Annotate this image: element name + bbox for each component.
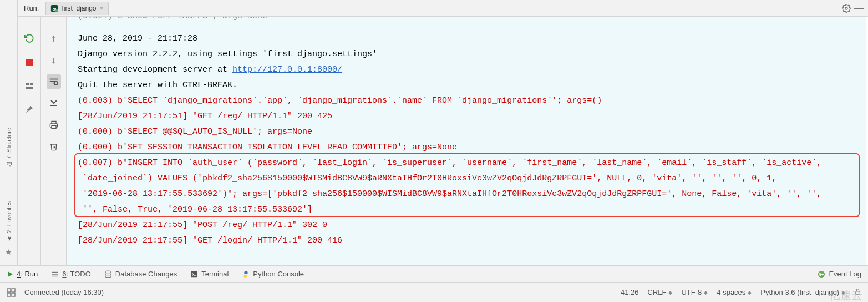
- stop-button[interactable]: [22, 55, 37, 69]
- tool-event-log[interactable]: 9+ Event Log: [818, 270, 861, 278]
- todo-icon: [51, 270, 59, 278]
- svg-rect-22: [7, 293, 11, 296]
- up-arrow-icon[interactable]: ↑: [47, 31, 61, 46]
- event-log-icon: 9+: [818, 270, 825, 278]
- left-tool-rail: 🗂7: Structure ★2: Favorites ★: [0, 0, 18, 265]
- tool-database-changes[interactable]: Database Changes: [104, 270, 177, 278]
- rerun-button[interactable]: [22, 31, 37, 46]
- trash-button[interactable]: [47, 139, 61, 154]
- run-label: Run:: [24, 4, 39, 12]
- svg-rect-5: [26, 83, 29, 85]
- close-icon[interactable]: ×: [100, 4, 104, 12]
- svg-rect-4: [26, 59, 33, 66]
- windows-icon[interactable]: [7, 288, 16, 297]
- status-bar: Connected (today 16:30) 41:26 CRLF◆ UTF-…: [0, 282, 868, 302]
- structure-tool-button[interactable]: 🗂7: Structure: [6, 128, 12, 168]
- run-actions-gutter: [18, 17, 41, 265]
- gear-icon[interactable]: [840, 2, 852, 14]
- svg-marker-11: [8, 271, 13, 277]
- layout-button[interactable]: [22, 79, 37, 93]
- indent-selector[interactable]: 4 spaces◆: [717, 288, 752, 296]
- django-icon: dj: [50, 4, 58, 12]
- svg-rect-20: [7, 289, 11, 292]
- console-actions-gutter: ↑ ↓: [41, 17, 67, 265]
- play-icon: [7, 271, 13, 278]
- bottom-tool-strip: 4: Run 6: TODO Database Changes Terminal…: [0, 265, 868, 282]
- watermark: 亿速云: [829, 288, 862, 302]
- pin-button[interactable]: [22, 103, 37, 117]
- database-icon: [104, 270, 112, 278]
- status-message: Connected (today 16:30): [24, 288, 104, 296]
- console-output-area[interactable]: (0.004) b'SHOW FULL TABLES', args=NoneJu…: [67, 17, 866, 265]
- tool-python-console[interactable]: Python Console: [242, 270, 304, 278]
- scroll-to-end-button[interactable]: [47, 96, 61, 110]
- down-arrow-icon[interactable]: ↓: [47, 53, 61, 67]
- svg-point-2: [55, 9, 58, 12]
- svg-point-3: [845, 7, 847, 9]
- tool-run[interactable]: 4: Run: [7, 270, 38, 278]
- python-icon: [242, 270, 250, 278]
- tool-todo[interactable]: 6: TODO: [51, 270, 91, 278]
- cursor-position[interactable]: 41:26: [621, 288, 639, 296]
- svg-rect-10: [52, 125, 56, 128]
- server-url-link[interactable]: http://127.0.0.1:8000/: [232, 65, 342, 74]
- minimize-icon[interactable]: —: [852, 2, 865, 14]
- svg-rect-21: [12, 289, 15, 292]
- encoding-selector[interactable]: UTF-8◆: [681, 288, 708, 296]
- run-tab-first-django[interactable]: dj first_django ×: [45, 2, 108, 15]
- favorites-tool-button[interactable]: ★2: Favorites: [5, 201, 12, 242]
- svg-rect-23: [12, 293, 15, 296]
- soft-wrap-button[interactable]: [47, 74, 61, 89]
- svg-rect-7: [26, 87, 33, 89]
- run-toolwindow-header: Run: dj first_django × —: [18, 0, 868, 17]
- svg-text:9+: 9+: [819, 271, 824, 277]
- svg-rect-6: [30, 83, 33, 85]
- tool-terminal[interactable]: Terminal: [190, 270, 229, 278]
- svg-point-15: [105, 271, 111, 273]
- star-icon: ★: [5, 248, 12, 256]
- terminal-icon: [190, 270, 198, 278]
- line-separator-selector[interactable]: CRLF◆: [648, 288, 673, 296]
- print-button[interactable]: [47, 118, 61, 132]
- svg-rect-16: [191, 271, 197, 277]
- console-text: (0.004) b'SHOW FULL TABLES', args=NoneJu…: [78, 17, 866, 249]
